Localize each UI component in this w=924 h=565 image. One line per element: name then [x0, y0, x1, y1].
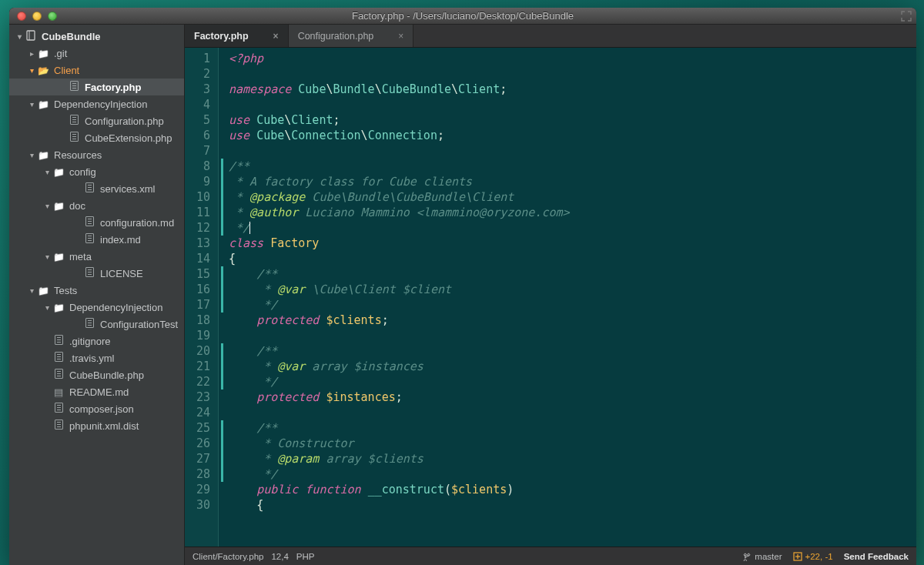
- code-line[interactable]: */: [221, 374, 916, 389]
- sidebar-file-index-md[interactable]: index.md: [9, 231, 184, 248]
- code-editor[interactable]: 1234567891011121314151617181920212223242…: [185, 48, 916, 547]
- sidebar-folder-dependencyinjection[interactable]: ▾DependencyInjection: [9, 95, 184, 112]
- line-number: 19: [185, 328, 210, 343]
- line-number: 8: [185, 159, 210, 174]
- sidebar-file-configuration-php[interactable]: Configuration.php: [9, 112, 184, 129]
- sidebar-folder--git[interactable]: ▸.git: [9, 45, 184, 62]
- code-line[interactable]: [229, 143, 916, 159]
- code-line[interactable]: [229, 66, 916, 82]
- sidebar-file-services-xml[interactable]: services.xml: [9, 180, 184, 197]
- code-line[interactable]: class Factory: [229, 236, 916, 251]
- code-line[interactable]: */: [221, 297, 916, 313]
- close-button[interactable]: [17, 12, 26, 21]
- code-line[interactable]: [229, 97, 916, 112]
- line-number: 29: [185, 482, 210, 497]
- line-number: 30: [185, 497, 210, 513]
- code-line[interactable]: * @var array $instances: [221, 359, 916, 374]
- code-line[interactable]: <?php: [229, 51, 916, 66]
- sidebar-file-phpunit-xml-dist[interactable]: phpunit.xml.dist: [9, 417, 184, 434]
- branch-icon: [742, 552, 752, 561]
- tree-item-label: DependencyInjection: [69, 302, 162, 313]
- code-line[interactable]: protected $clients;: [229, 313, 916, 328]
- sidebar-file-configuration-md[interactable]: configuration.md: [9, 214, 184, 231]
- git-diff[interactable]: +22, -1: [793, 552, 833, 561]
- project-root[interactable]: ▾ CubeBundle: [9, 28, 184, 45]
- line-number: 16: [185, 282, 210, 297]
- chevron-down-icon: ▾: [28, 100, 35, 109]
- sidebar-file-cubebundle-php[interactable]: CubeBundle.php: [9, 366, 184, 383]
- spacer: [59, 134, 66, 142]
- chevron-right-icon: ▸: [28, 49, 35, 58]
- code-line[interactable]: */: [221, 220, 916, 236]
- book-icon: [52, 386, 65, 398]
- tree-item-label: DependencyInjection: [54, 99, 147, 110]
- close-icon[interactable]: ×: [273, 31, 279, 42]
- code-line[interactable]: * @author Luciano Mammino <lmammino@oryz…: [221, 205, 916, 220]
- line-number: 4: [185, 97, 210, 112]
- code-line[interactable]: /**: [221, 343, 916, 359]
- sidebar-folder-resources[interactable]: ▾Resources: [9, 146, 184, 163]
- close-icon[interactable]: ×: [398, 31, 403, 42]
- status-cursor-position[interactable]: 12,4: [271, 552, 288, 561]
- sidebar[interactable]: ▾ CubeBundle ▸.git▾Client Factory.php▾De…: [9, 25, 185, 565]
- tab-factory-php[interactable]: Factory.php×: [185, 25, 289, 47]
- tree-item-label: Client: [54, 65, 79, 76]
- code-line[interactable]: /**: [221, 159, 916, 174]
- sidebar-file-readme-md[interactable]: README.md: [9, 383, 184, 400]
- book-icon: [25, 30, 37, 43]
- sidebar-file-composer-json[interactable]: composer.json: [9, 400, 184, 417]
- git-branch[interactable]: master: [742, 552, 782, 561]
- code-line[interactable]: use Cube\Connection\Connection;: [229, 128, 916, 143]
- chevron-down-icon: ▾: [43, 202, 51, 210]
- code-line[interactable]: * Constructor: [221, 436, 916, 451]
- code-line[interactable]: /**: [221, 266, 916, 282]
- code-line[interactable]: {: [229, 497, 916, 513]
- code-line[interactable]: * @param array $clients: [221, 451, 916, 466]
- sidebar-folder-tests[interactable]: ▾Tests: [9, 282, 184, 299]
- tree-item-label: .gitignore: [69, 336, 110, 347]
- code-line[interactable]: public function __construct($clients): [229, 482, 916, 497]
- line-number: 22: [185, 374, 210, 389]
- code-line[interactable]: [229, 405, 916, 420]
- spacer: [74, 185, 82, 193]
- code-content[interactable]: <?php namespace Cube\Bundle\CubeBundle\C…: [219, 48, 916, 547]
- sidebar-folder-meta[interactable]: ▾meta: [9, 248, 184, 265]
- tab-bar: Factory.php×Configuration.php×: [185, 25, 916, 48]
- sidebar-folder-config[interactable]: ▾config: [9, 163, 184, 180]
- tree-item-label: services.xml: [100, 183, 156, 195]
- zoom-button[interactable]: [48, 12, 57, 21]
- titlebar[interactable]: Factory.php - /Users/luciano/Desktop/Cub…: [9, 8, 916, 25]
- sidebar-folder-dependencyinjection[interactable]: ▾DependencyInjection: [9, 299, 184, 316]
- code-line[interactable]: protected $instances;: [229, 389, 916, 405]
- sidebar-file--gitignore[interactable]: .gitignore: [9, 333, 184, 349]
- app-window: Factory.php - /Users/luciano/Desktop/Cub…: [9, 8, 916, 565]
- code-line[interactable]: {: [229, 251, 916, 266]
- tab-configuration-php[interactable]: Configuration.php×: [289, 25, 414, 47]
- code-line[interactable]: [229, 328, 916, 343]
- status-language[interactable]: PHP: [296, 552, 315, 561]
- sidebar-folder-doc[interactable]: ▾doc: [9, 197, 184, 214]
- sidebar-file-license[interactable]: LICENSE: [9, 265, 184, 282]
- folder-icon: [37, 285, 49, 296]
- code-line[interactable]: * A factory class for Cube clients: [221, 174, 916, 189]
- code-line[interactable]: * @var \Cube\Client $client: [221, 282, 916, 297]
- minimize-button[interactable]: [32, 12, 42, 21]
- code-line[interactable]: namespace Cube\Bundle\CubeBundle\Client;: [229, 82, 916, 97]
- sidebar-folder-client[interactable]: ▾Client: [9, 62, 184, 79]
- status-path[interactable]: Client/Factory.php: [192, 552, 263, 561]
- sidebar-file--travis-yml[interactable]: .travis.yml: [9, 349, 184, 366]
- spacer: [43, 354, 51, 363]
- code-line[interactable]: * @package Cube\Bundle\CubeBundle\Client: [221, 189, 916, 205]
- sidebar-file-factory-php[interactable]: Factory.php: [9, 79, 184, 95]
- code-line[interactable]: use Cube\Client;: [229, 112, 916, 128]
- file-icon: [68, 132, 80, 144]
- code-line[interactable]: */: [221, 466, 916, 482]
- sidebar-file-configurationtest[interactable]: ConfigurationTest: [9, 316, 184, 333]
- code-line[interactable]: /**: [221, 420, 916, 436]
- send-feedback-button[interactable]: Send Feedback: [844, 552, 909, 561]
- spacer: [43, 422, 51, 430]
- sidebar-file-cubeextension-php[interactable]: CubeExtension.php: [9, 129, 184, 146]
- line-number: 12: [185, 220, 210, 236]
- status-bar: Client/Factory.php 12,4 PHP master +22, …: [185, 547, 916, 565]
- maximize-icon[interactable]: [901, 11, 912, 22]
